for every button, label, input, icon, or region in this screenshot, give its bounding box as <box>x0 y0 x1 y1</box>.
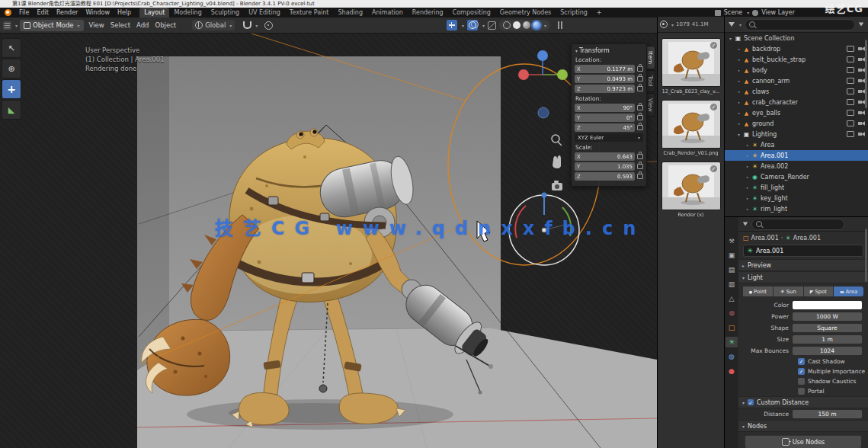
render-visibility-icon[interactable] <box>858 57 865 62</box>
tool-button[interactable] <box>2 79 21 99</box>
outliner-row[interactable]: • crab_character <box>725 97 868 107</box>
disclosure-icon[interactable]: ▾ <box>727 36 734 41</box>
outliner-row[interactable]: • fill_light <box>725 182 868 193</box>
visibility-icon[interactable] <box>847 110 854 116</box>
tool-button[interactable] <box>2 100 21 120</box>
breadcrumb-object[interactable]: Area.001 <box>751 235 779 242</box>
topbar-menu-item[interactable]: Help <box>114 9 135 16</box>
preview-panel-header[interactable]: ▸ Preview <box>738 259 868 271</box>
viewport-menu-item[interactable]: View <box>86 21 107 29</box>
workspace-tab[interactable]: + <box>592 8 607 18</box>
rotation-field[interactable]: Y0° <box>575 114 635 122</box>
workspace-tab[interactable]: Shading <box>333 8 367 18</box>
checkbox[interactable]: ✓ <box>798 368 805 375</box>
property-value[interactable]: 1000 W <box>793 312 862 321</box>
snap-magnet-icon[interactable] <box>243 21 251 29</box>
workspace-tab[interactable]: Rendering <box>408 8 448 18</box>
properties-tab[interactable] <box>725 279 738 290</box>
filter-icon[interactable] <box>729 22 735 27</box>
properties-tab[interactable] <box>725 337 738 347</box>
location-field[interactable]: Y0.0493 m <box>575 75 635 83</box>
viewlayer-selector[interactable]: View Layer <box>761 9 795 16</box>
proportional-editing-icon[interactable] <box>264 21 273 30</box>
scale-field[interactable]: Z0.593 <box>575 172 635 181</box>
workspace-tab[interactable]: Sculpting <box>207 8 244 18</box>
visibility-icon[interactable] <box>847 78 854 84</box>
distance-value[interactable]: 150 m <box>793 410 862 418</box>
outliner-search[interactable] <box>745 19 855 30</box>
x-axis-ball[interactable] <box>518 69 529 80</box>
editor-divider-icon[interactable] <box>558 21 562 29</box>
outliner-row[interactable]: • Camera_Render <box>725 171 868 182</box>
properties-tab[interactable] <box>725 235 738 246</box>
workspace-tab[interactable]: Animation <box>367 8 408 18</box>
breadcrumb-data[interactable]: Area.001 <box>793 235 821 242</box>
properties-tab[interactable] <box>725 351 738 362</box>
checkbox-row[interactable]: ✓ Portal <box>738 386 868 396</box>
light-type-button[interactable]: Spot <box>804 286 834 296</box>
lock-icon[interactable] <box>637 164 643 169</box>
checkbox[interactable]: ✓ <box>798 358 805 365</box>
lock-icon[interactable] <box>637 115 643 120</box>
outliner-row[interactable]: • backdrop <box>725 43 868 54</box>
checkbox[interactable]: ✓ <box>798 388 805 395</box>
workspace-tab[interactable]: Layout <box>139 8 169 18</box>
navigation-gizmo[interactable] <box>518 50 568 118</box>
rotation-field[interactable]: Z45° <box>575 123 635 132</box>
n-panel-tab[interactable]: View <box>646 93 655 117</box>
topbar-menu-item[interactable]: Window <box>82 9 114 16</box>
render-visibility-icon[interactable] <box>858 121 865 126</box>
workspace-tab[interactable]: UV Editing <box>244 8 285 18</box>
solid-shading-icon[interactable] <box>513 21 520 29</box>
location-field[interactable]: X0.1177 m <box>575 65 635 73</box>
render-visibility-icon[interactable] <box>858 78 865 83</box>
visibility-icon[interactable] <box>847 88 854 94</box>
negative-axis-ball[interactable] <box>538 107 549 118</box>
xray-toggle-icon[interactable] <box>488 21 496 30</box>
outliner-row[interactable]: • claws <box>725 86 868 97</box>
checkbox-row[interactable]: ✓ Shadow Caustics <box>738 376 868 386</box>
camera-view-icon[interactable] <box>552 181 562 190</box>
outliner-row[interactable]: • Area.001 <box>725 150 868 161</box>
lock-icon[interactable] <box>637 125 643 130</box>
outliner-row[interactable]: • body <box>725 65 868 75</box>
custom-distance-panel-header[interactable]: ▾ ✓ Custom Distance <box>738 396 868 408</box>
properties-tab[interactable] <box>725 322 738 333</box>
editor-type-icon[interactable] <box>3 21 11 30</box>
property-value[interactable]: 1 m <box>793 335 862 344</box>
z-axis-ball[interactable] <box>537 50 548 61</box>
disclosure-icon[interactable]: ▾ <box>735 132 742 137</box>
properties-tab[interactable] <box>725 264 738 275</box>
material-preview-icon[interactable] <box>523 21 530 29</box>
lock-icon[interactable] <box>637 174 643 179</box>
show-gizmo-button[interactable] <box>447 20 457 30</box>
outliner-row[interactable]: • Area <box>725 139 868 150</box>
location-field[interactable]: Z0.9723 m <box>575 85 635 93</box>
outliner-scrollbar[interactable] <box>865 40 867 108</box>
property-value[interactable]: Square <box>793 324 862 332</box>
show-overlays-button[interactable] <box>467 20 478 30</box>
disclosure-icon[interactable]: • <box>735 89 742 94</box>
scale-field[interactable]: Y1.035 <box>575 162 635 171</box>
outliner-row[interactable]: ▾ Scene Collection <box>725 33 868 43</box>
disclosure-icon[interactable]: • <box>744 185 751 190</box>
workspace-tab[interactable]: Geometry Nodes <box>495 8 556 18</box>
search-input[interactable] <box>757 21 854 29</box>
workspace-tab[interactable]: Scripting <box>556 8 592 18</box>
mode-selector[interactable]: Object Mode ▾ <box>20 20 84 31</box>
outliner-row[interactable]: • belt_buckle_strap <box>725 54 868 65</box>
outliner-row[interactable]: ▾ Lighting <box>725 129 868 139</box>
properties-scrollbar[interactable] <box>865 229 867 282</box>
disclosure-icon[interactable]: • <box>744 153 751 158</box>
render-visibility-icon[interactable] <box>858 46 865 51</box>
scale-field[interactable]: X0.643 <box>575 152 635 161</box>
disclosure-icon[interactable]: • <box>744 196 751 201</box>
rotation-field[interactable]: X90° <box>575 104 635 112</box>
orientation-selector[interactable]: Global ▾ <box>192 20 235 30</box>
properties-tab[interactable] <box>725 366 738 376</box>
render-visibility-icon[interactable] <box>858 68 865 72</box>
lock-icon[interactable] <box>637 86 643 91</box>
disclosure-icon[interactable]: • <box>735 100 742 105</box>
render-visibility-icon[interactable] <box>858 89 865 94</box>
workspace-tab[interactable]: Compositing <box>448 8 495 18</box>
